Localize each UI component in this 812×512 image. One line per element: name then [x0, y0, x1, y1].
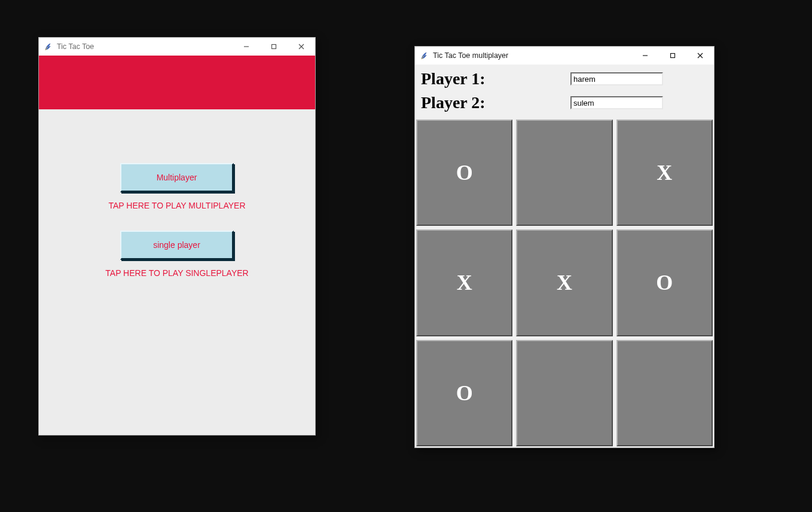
minimize-button[interactable]: [631, 47, 659, 65]
multiplayer-hint: TAP HERE TO PLAY MULTIPLAYER: [108, 201, 245, 210]
maximize-button[interactable]: [659, 47, 686, 65]
multiplayer-button[interactable]: Multiplayer: [120, 163, 234, 192]
player-form: Player 1: Player 2:: [415, 65, 714, 118]
board-titlebar[interactable]: Tic Tac Toe multiplayer: [415, 47, 714, 65]
game-board: O X X X O O: [415, 118, 714, 447]
cell-2-0[interactable]: O: [416, 340, 512, 446]
player2-input[interactable]: [570, 96, 663, 109]
header-band: [39, 56, 315, 109]
minimize-button[interactable]: [233, 38, 260, 56]
board-client-area: Player 1: Player 2: O X X X O O: [415, 65, 714, 447]
player1-label: Player 1:: [421, 69, 570, 88]
menu-window: Tic Tac Toe Multiplayer TAP HERE TO PLAY…: [38, 37, 316, 436]
cell-2-2[interactable]: [616, 340, 713, 446]
close-button[interactable]: [686, 47, 714, 65]
menu-titlebar[interactable]: Tic Tac Toe: [39, 38, 315, 56]
tk-feather-icon: [44, 42, 53, 51]
menu-client-area: Multiplayer TAP HERE TO PLAY MULTIPLAYER…: [39, 56, 315, 435]
cell-1-1[interactable]: X: [516, 229, 612, 336]
menu-stack: Multiplayer TAP HERE TO PLAY MULTIPLAYER…: [39, 163, 315, 298]
singleplayer-button-label: single player: [153, 240, 200, 250]
cell-2-1[interactable]: [516, 340, 612, 446]
player1-input[interactable]: [570, 72, 663, 85]
multiplayer-button-label: Multiplayer: [157, 173, 197, 182]
maximize-button[interactable]: [260, 38, 288, 56]
board-window: Tic Tac Toe multiplayer Player 1: Player…: [414, 46, 715, 448]
cell-0-1[interactable]: [516, 119, 612, 226]
cell-1-0[interactable]: X: [416, 229, 512, 336]
close-button[interactable]: [288, 38, 315, 56]
singleplayer-hint: TAP HERE TO PLAY SINGLEPLAYER: [105, 268, 248, 278]
cell-1-2[interactable]: O: [616, 229, 713, 336]
player2-label: Player 2:: [421, 93, 570, 112]
singleplayer-button[interactable]: single player: [120, 231, 234, 260]
cell-0-2[interactable]: X: [616, 119, 713, 226]
player1-row: Player 1:: [421, 67, 708, 91]
tk-feather-icon: [420, 51, 429, 60]
cell-0-0[interactable]: O: [416, 119, 512, 226]
player2-row: Player 2:: [421, 91, 708, 115]
menu-window-title: Tic Tac Toe: [57, 42, 94, 51]
board-window-title: Tic Tac Toe multiplayer: [433, 51, 508, 60]
